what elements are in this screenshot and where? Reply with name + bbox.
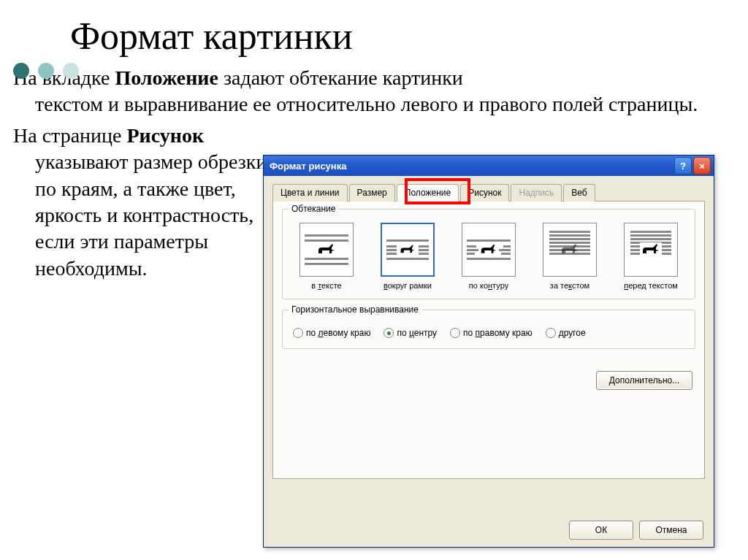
tab-label: Положение: [405, 188, 451, 198]
format-picture-dialog: Формат рисунка ? × Цвета и линии Размер …: [263, 155, 714, 548]
wrap-option-behind[interactable]: за текстом: [533, 223, 606, 290]
button-label: ОК: [595, 525, 607, 535]
wrap-label: в тексте: [311, 281, 341, 290]
radio-label: по левому краю: [306, 328, 370, 338]
tab-label: Рисунок: [468, 188, 501, 198]
tab-label: Веб: [571, 188, 587, 198]
radio-label: другое: [559, 328, 586, 338]
wrap-option-tight[interactable]: по контуру: [452, 223, 525, 290]
tab-label: Цвета и линии: [280, 188, 340, 198]
group-horizontal-align: Горизонтальное выравнивание по левому кр…: [282, 310, 695, 349]
help-button[interactable]: ?: [674, 157, 692, 174]
tab-label: Надпись: [519, 188, 554, 198]
help-icon: ?: [680, 161, 686, 172]
decorative-dots: [13, 63, 79, 79]
bold-text: Положение: [115, 66, 218, 89]
tab-size[interactable]: Размер: [349, 184, 395, 202]
tab-picture[interactable]: Рисунок: [460, 184, 509, 202]
paragraph-1: На вкладке Положение задают обтекание ка…: [13, 65, 733, 118]
titlebar[interactable]: Формат рисунка ? ×: [264, 156, 714, 176]
close-icon: ×: [699, 161, 705, 172]
text-continuation: текстом и выравнивание ее относительно л…: [35, 91, 733, 118]
radio-align-other[interactable]: другое: [546, 328, 586, 338]
page-title: Формат картинки: [70, 15, 748, 58]
bold-text: Рисунок: [126, 124, 204, 147]
radio-align-left[interactable]: по левому краю: [293, 328, 370, 338]
button-label: Дополнительно...: [609, 375, 679, 386]
tab-caption: Надпись: [511, 184, 562, 202]
dot: [38, 63, 54, 79]
tab-strip: Цвета и линии Размер Положение Рисунок Н…: [272, 183, 705, 202]
cancel-button[interactable]: Отмена: [639, 521, 703, 540]
radio-icon: [546, 328, 556, 338]
text: задают обтекание картинки: [218, 66, 463, 89]
more-button[interactable]: Дополнительно...: [596, 371, 692, 390]
button-label: Отмена: [655, 525, 687, 535]
dialog-title: Формат рисунка: [270, 161, 674, 172]
ok-button[interactable]: ОК: [569, 521, 633, 540]
tab-web[interactable]: Веб: [563, 184, 595, 202]
radio-icon: [383, 328, 394, 338]
group-title: Горизонтальное выравнивание: [289, 304, 421, 315]
close-button[interactable]: ×: [693, 157, 711, 174]
tab-label: Размер: [357, 188, 387, 198]
wrap-option-front[interactable]: перед текстом: [614, 223, 687, 290]
tab-panel-position: Обтекание в тексте: [272, 202, 705, 479]
wrap-label: по контуру: [469, 281, 508, 290]
group-title: Обтекание: [289, 204, 338, 214]
dialog-button-bar: ОК Отмена: [569, 521, 703, 540]
radio-align-right[interactable]: по правому краю: [450, 328, 533, 338]
wrap-label: вокруг рамки: [383, 281, 432, 290]
radio-label: по центру: [397, 328, 437, 338]
wrap-option-square[interactable]: вокруг рамки: [371, 223, 444, 290]
radio-icon: [450, 328, 460, 338]
radio-icon: [293, 328, 303, 338]
wrap-label: за текстом: [550, 281, 589, 290]
wrap-label: перед текстом: [624, 281, 678, 290]
radio-align-center[interactable]: по центру: [383, 328, 437, 338]
text: На странице: [13, 124, 126, 147]
dot: [13, 63, 29, 79]
tab-position[interactable]: Положение: [397, 184, 459, 202]
text-continuation: указывают размер обрезки по краям, а так…: [35, 149, 283, 282]
tab-colors-lines[interactable]: Цвета и линии: [272, 184, 348, 202]
dot: [63, 63, 79, 79]
group-wrap: Обтекание в тексте: [282, 209, 695, 299]
wrap-option-inline[interactable]: в тексте: [290, 223, 363, 290]
radio-label: по правому краю: [463, 328, 533, 338]
